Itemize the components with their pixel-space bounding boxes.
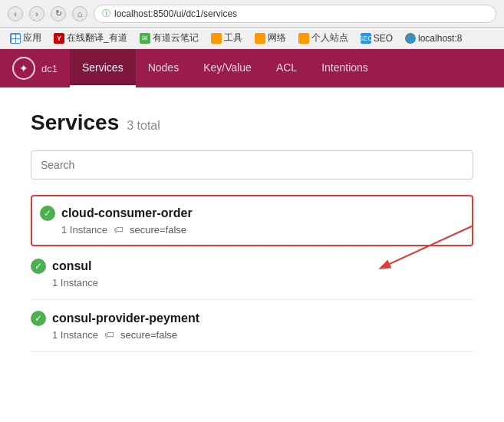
service-name-row: ✓ consul-provider-peyment: [31, 311, 473, 326]
youdao-note-icon: ✉: [140, 33, 150, 44]
service-tag: secure=false: [130, 224, 186, 236]
service-meta: 1 Instance: [31, 277, 473, 288]
consul-logo-icon: ✦: [12, 57, 35, 80]
bookmark-youdao[interactable]: Y 在线翻译_有道: [50, 30, 131, 46]
bookmark-tools[interactable]: 工具: [207, 30, 246, 46]
network-icon: [255, 33, 265, 44]
nav-item-intentions[interactable]: Intentions: [309, 49, 380, 87]
bookmark-localhost-label: localhost:8: [418, 33, 462, 44]
service-name: consul: [52, 259, 92, 273]
consul-logo[interactable]: ✦ dc1: [12, 57, 58, 80]
lock-icon: ⓘ: [102, 8, 110, 19]
instance-count: 1 Instance: [52, 277, 98, 288]
instance-count: 1 Instance: [61, 224, 107, 236]
service-meta: 1 Instance 🏷 secure=false: [40, 224, 464, 236]
service-meta: 1 Instance 🏷 secure=false: [31, 329, 473, 341]
bookmark-youdao-note[interactable]: ✉ 有道云笔记: [136, 30, 203, 46]
bookmark-personal-label: 个人站点: [311, 31, 348, 45]
service-item-consul[interactable]: ✓ consul 1 Instance: [31, 248, 473, 300]
service-tag: secure=false: [120, 329, 177, 341]
main-content: Services 3 total ✓ cloud-consumer-order …: [0, 87, 504, 375]
globe-icon: 🌐: [405, 33, 416, 44]
service-name: consul-provider-peyment: [52, 312, 199, 325]
url-text: localhost:8500/ui/dc1/services: [114, 8, 237, 19]
bookmark-youdao-label: 在线翻译_有道: [67, 31, 127, 45]
nav-item-nodes[interactable]: Nodes: [136, 49, 191, 87]
bookmark-personal[interactable]: 个人站点: [295, 30, 352, 46]
dc-label: dc1: [41, 63, 58, 74]
bookmark-network[interactable]: 网络: [251, 30, 290, 46]
search-input[interactable]: [31, 150, 473, 180]
bookmarks-bar: 应用 Y 在线翻译_有道 ✉ 有道云笔记 工具 网络 个人站点 SEO SEO …: [0, 28, 504, 49]
health-check-icon: ✓: [40, 206, 55, 221]
page-total: 3 total: [127, 119, 160, 133]
bookmark-seo-label: SEO: [374, 33, 393, 44]
health-check-icon: ✓: [31, 311, 46, 326]
bookmark-youdao-note-label: 有道云笔记: [153, 31, 199, 45]
service-item-cloud-consumer-order[interactable]: ✓ cloud-consumer-order 1 Instance 🏷 secu…: [31, 195, 473, 246]
home-button[interactable]: ⌂: [72, 6, 87, 21]
tag-icon: 🏷: [114, 224, 124, 236]
tag-icon: 🏷: [104, 329, 114, 341]
page-title: Services: [31, 110, 119, 135]
service-name: cloud-consumer-order: [61, 206, 193, 220]
instance-count: 1 Instance: [52, 329, 98, 341]
bookmark-localhost[interactable]: 🌐 localhost:8: [401, 31, 466, 45]
bookmark-tools-label: 工具: [224, 31, 242, 45]
service-name-row: ✓ cloud-consumer-order: [40, 206, 464, 221]
reload-button[interactable]: ↻: [51, 6, 66, 21]
bookmark-network-label: 网络: [268, 31, 286, 45]
youdao-icon: Y: [54, 33, 64, 44]
browser-chrome: ‹ › ↻ ⌂ ⓘ localhost:8500/ui/dc1/services: [0, 0, 504, 28]
nav-item-acl[interactable]: ACL: [264, 49, 309, 87]
back-button[interactable]: ‹: [8, 6, 23, 21]
apps-icon: [10, 33, 21, 44]
bookmark-apps[interactable]: 应用: [6, 30, 45, 46]
personal-icon: [298, 33, 309, 44]
health-check-icon: ✓: [31, 259, 46, 274]
service-item-consul-provider-peyment[interactable]: ✓ consul-provider-peyment 1 Instance 🏷 s…: [31, 300, 473, 352]
tools-icon: [211, 33, 222, 44]
page-header: Services 3 total: [31, 110, 473, 135]
bookmark-seo[interactable]: SEO SEO: [357, 31, 397, 45]
bookmark-apps-label: 应用: [23, 31, 41, 45]
nav-item-keyvalue[interactable]: Key/Value: [191, 49, 264, 87]
service-name-row: ✓ consul: [31, 259, 473, 274]
service-list: ✓ cloud-consumer-order 1 Instance 🏷 secu…: [31, 195, 473, 352]
nav-item-services[interactable]: Services: [70, 49, 136, 87]
forward-button[interactable]: ›: [29, 6, 44, 21]
seo-icon: SEO: [361, 33, 371, 44]
consul-navbar: ✦ dc1 Services Nodes Key/Value ACL Inten…: [0, 49, 504, 87]
address-bar[interactable]: ⓘ localhost:8500/ui/dc1/services: [94, 5, 496, 23]
